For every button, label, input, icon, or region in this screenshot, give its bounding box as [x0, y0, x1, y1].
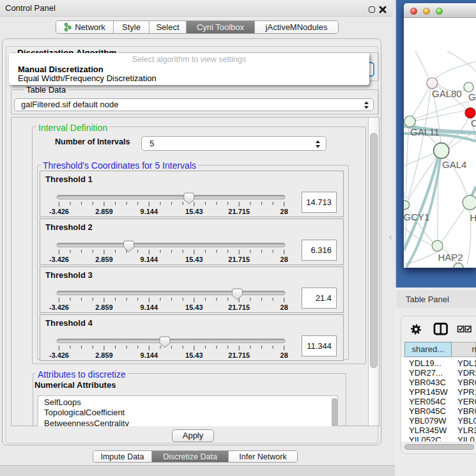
svg-text:2.859: 2.859	[95, 351, 113, 359]
svg-text:2.859: 2.859	[95, 256, 113, 263]
svg-text:GAL4: GAL4	[442, 159, 466, 170]
svg-text:21.715: 21.715	[228, 208, 250, 215]
svg-text:9.144: 9.144	[141, 208, 158, 215]
svg-text:28: 28	[280, 303, 288, 311]
svg-text:GAL11: GAL11	[410, 127, 440, 137]
svg-text:28: 28	[280, 351, 288, 359]
svg-text:21.715: 21.715	[228, 303, 250, 311]
svg-text:HAP2: HAP2	[438, 252, 463, 263]
svg-text:-3.426: -3.426	[49, 303, 69, 311]
svg-text:2.859: 2.859	[95, 208, 113, 215]
svg-text:15.43: 15.43	[185, 351, 203, 359]
svg-text:-3.426: -3.426	[49, 208, 69, 215]
svg-text:GCY1: GCY1	[404, 211, 429, 222]
svg-text:15.43: 15.43	[185, 256, 203, 263]
svg-text:15.43: 15.43	[185, 208, 203, 215]
svg-text:-3.426: -3.426	[49, 351, 69, 359]
svg-text:GAL80: GAL80	[432, 88, 462, 99]
svg-text:9.144: 9.144	[141, 256, 158, 263]
svg-text:9.144: 9.144	[141, 351, 158, 359]
svg-text:HI: HI	[470, 212, 476, 223]
svg-text:28: 28	[280, 256, 288, 263]
svg-text:GAL2: GAL2	[468, 91, 476, 102]
svg-text:CY: CY	[471, 118, 476, 128]
svg-text:21.715: 21.715	[228, 351, 250, 359]
svg-text:28: 28	[280, 208, 288, 215]
svg-text:21.715: 21.715	[228, 256, 250, 263]
svg-text:9.144: 9.144	[141, 303, 158, 311]
svg-text:-3.426: -3.426	[49, 256, 69, 263]
svg-text:15.43: 15.43	[185, 303, 203, 311]
svg-text:2.859: 2.859	[95, 303, 113, 311]
